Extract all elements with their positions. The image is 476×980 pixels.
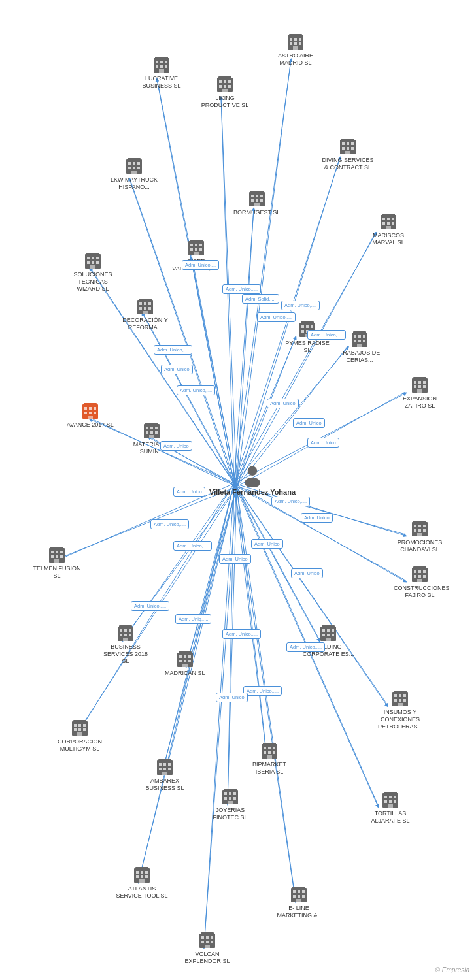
building-icon (156, 758, 174, 776)
svg-rect-177 (94, 412, 96, 414)
company-node-lkw[interactable]: LKW MAYTRUCK HISPANO... (108, 157, 160, 191)
company-label: TRABAJOS DE CERÍAS... (333, 350, 386, 364)
role-badge-6[interactable]: Adm. Unico,.... (257, 312, 296, 322)
svg-rect-292 (384, 800, 387, 803)
role-badge-22[interactable]: Adm. Uniq,.... (175, 614, 211, 624)
company-label: TELMEN FUSION SL (31, 565, 83, 580)
role-badge-2[interactable]: Adm. Solid..... (242, 294, 279, 304)
role-badge-21[interactable]: Adm. Unico,.... (131, 601, 169, 611)
role-badge-3[interactable]: Adm. Unico,.... (154, 345, 192, 355)
role-badge-25[interactable]: Adm. Unico,.... (243, 686, 282, 696)
company-node-atlantis[interactable]: ATLANTIS SERVICE TOOL SL (116, 866, 168, 900)
svg-rect-248 (184, 660, 186, 662)
company-node-business2018[interactable]: BUSINESS SERVICES 2018 SL (99, 624, 152, 664)
svg-rect-294 (394, 800, 396, 803)
svg-rect-68 (294, 42, 297, 45)
role-badge-8[interactable]: Adm. Unico,.... (307, 330, 346, 340)
svg-rect-101 (133, 162, 135, 165)
role-badge-14[interactable]: Adm. Unico,.... (271, 497, 310, 506)
building-icon (411, 519, 429, 538)
company-node-decoracion[interactable]: DECORACIÓN Y REFORMA... (119, 297, 171, 331)
role-badge-26[interactable]: Adm. Unico (216, 693, 248, 702)
role-badge-19[interactable]: Adm. Unico (251, 539, 283, 549)
company-node-tortillas[interactable]: TORTILLAS ALJARAFE SL (364, 791, 416, 825)
role-badge-10[interactable]: Adm. Unico (293, 418, 325, 428)
svg-point-60 (248, 466, 257, 476)
company-node-eline[interactable]: E- LINE MARKETING &.. (273, 885, 325, 919)
svg-rect-306 (135, 867, 148, 870)
svg-rect-147 (148, 302, 151, 305)
role-badge-7[interactable]: Adm. Unico,.... (281, 301, 320, 310)
building-icon (143, 421, 161, 440)
role-badge-11[interactable]: Adm. Unico (307, 438, 339, 448)
svg-rect-246 (188, 655, 191, 658)
svg-rect-212 (418, 575, 421, 578)
svg-rect-135 (190, 240, 203, 242)
company-node-mariscos[interactable]: MARISCOS MARVAL SL (362, 212, 415, 246)
company-node-telmen[interactable]: TELMEN FUSION SL (31, 546, 83, 580)
role-badge-12[interactable]: Adm. Unico (160, 441, 192, 451)
company-node-bipmarket[interactable]: BIPMARKET IBERIA SL (243, 742, 296, 776)
company-label: AMBAREX BUSINESS SL (139, 777, 191, 792)
company-node-ambarex[interactable]: AMBAREX BUSINESS SL (139, 758, 191, 792)
company-label: PROMOCIONES CHANDAVI SL (394, 539, 446, 553)
company-node-expansion[interactable]: EXPANSION ZAFIRO SL (394, 376, 446, 410)
svg-rect-126 (86, 253, 99, 255)
company-node-soluciones[interactable]: SOLUCIONES TECNICAS WIZARD SL (67, 252, 119, 292)
svg-rect-171 (84, 403, 97, 406)
svg-rect-189 (145, 423, 158, 425)
svg-rect-291 (394, 796, 396, 798)
svg-rect-283 (264, 751, 266, 754)
company-node-madrican[interactable]: MADRICAN SL (165, 650, 205, 677)
role-badge-16[interactable]: Adm. Unico,.... (150, 519, 189, 529)
svg-rect-315 (292, 887, 305, 889)
building-icon (198, 931, 216, 949)
svg-rect-259 (77, 732, 82, 736)
building-icon (133, 866, 151, 884)
svg-rect-163 (354, 335, 356, 338)
svg-rect-141 (199, 248, 202, 251)
role-badge-5[interactable]: Adm. Unico,.... (177, 385, 215, 395)
company-node-diving[interactable]: DIVING SERVICES & CONTRACT SL (322, 137, 374, 171)
svg-rect-65 (294, 38, 297, 41)
company-node-joyerias[interactable]: JOYERIAS FINOTEC SL (204, 787, 256, 821)
role-badge-15[interactable]: Adm. Unico (301, 513, 333, 523)
role-badge-9[interactable]: Adm. Unico (267, 399, 299, 408)
company-node-bormugest[interactable]: BORMUGEST SL (233, 189, 280, 216)
role-badge-20[interactable]: Adm. Unico (291, 568, 323, 578)
company-node-avance[interactable]: AVANCE 2017 SL (67, 402, 114, 429)
svg-rect-90 (341, 139, 354, 141)
role-badge-1[interactable]: Adm. Unico,.... (222, 284, 261, 294)
building-icon (71, 719, 89, 737)
company-node-volcan[interactable]: VOLCAN EXPLENDOR SL (181, 931, 233, 965)
building-icon (286, 33, 305, 51)
svg-rect-176 (89, 412, 92, 414)
role-badge-17[interactable]: Adm. Unico,.... (173, 541, 212, 551)
svg-rect-104 (133, 167, 135, 169)
role-badge-24[interactable]: Adm. Unico,.... (286, 642, 325, 652)
company-node-lucrative[interactable]: LUCRATIVE BUSINESS SL (135, 56, 188, 90)
role-badge-0[interactable]: Adm. Unico.... (182, 260, 219, 270)
building-icon (187, 238, 205, 257)
svg-rect-174 (94, 407, 96, 410)
svg-line-35 (234, 209, 254, 483)
role-badge-4[interactable]: Adm. Unico (161, 365, 193, 374)
svg-rect-162 (353, 331, 366, 334)
company-node-insumos[interactable]: INSUMOS Y CONEXIONES PETROLERAS... (374, 689, 426, 730)
building-icon (216, 75, 234, 93)
role-badge-23[interactable]: Adm. Unico,.... (222, 629, 261, 639)
company-node-corporacion[interactable]: CORPORACION MULTIGYM SL (54, 719, 106, 753)
svg-line-39 (143, 314, 234, 483)
role-badge-13[interactable]: Adm. Unico (173, 487, 205, 497)
svg-rect-92 (347, 142, 349, 145)
svg-rect-297 (224, 789, 237, 791)
svg-rect-253 (74, 724, 76, 727)
company-node-liking[interactable]: LIKING PRODUCTIVE SL (199, 75, 251, 109)
company-node-construcciones[interactable]: CONSTRUCCIONES FAJIRO SL (394, 565, 446, 599)
svg-rect-185 (418, 385, 421, 388)
company-node-promociones[interactable]: PROMOCIONES CHANDAVI SL (394, 519, 446, 553)
company-node-astro[interactable]: ASTRO AIRE MADRID SL (269, 33, 322, 67)
company-node-holding[interactable]: HOLDING CORPORATE ES... (302, 624, 354, 658)
role-badge-18[interactable]: Adm. Unico (219, 554, 251, 564)
svg-line-54 (234, 483, 267, 758)
